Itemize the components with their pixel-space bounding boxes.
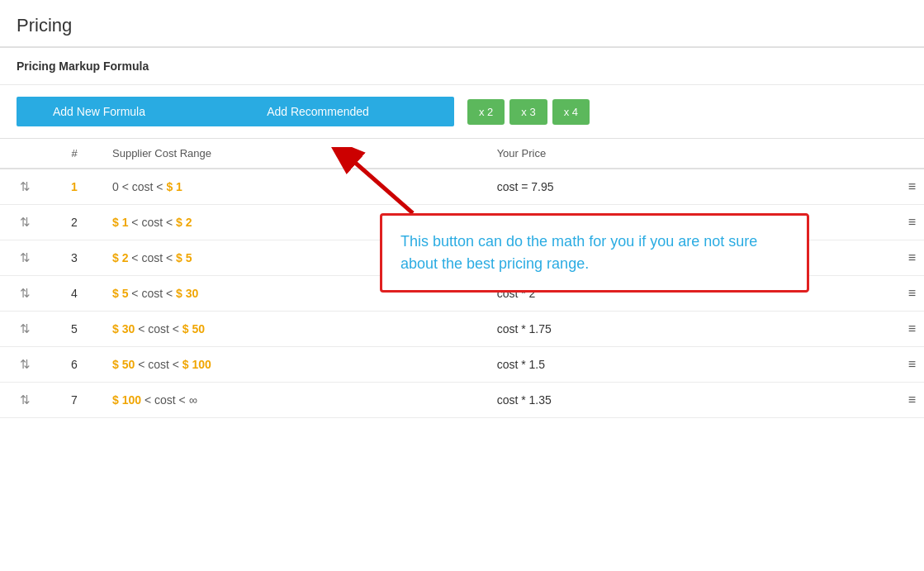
row-number: 1 [71, 180, 78, 193]
sort-cell: ⇅ [0, 240, 50, 276]
price-cell: cost * 1.75 [484, 312, 869, 347]
actions-cell: ≡ [868, 205, 924, 240]
table-row: ⇅ 4 $ 5 < cost < $ 30 cost * 2 ≡ [0, 276, 924, 312]
col-price-header: Your Price [484, 139, 869, 169]
price-value: cost = 8.00 [497, 216, 554, 229]
range-cell: $ 30 < cost < $ 50 [99, 312, 484, 347]
table-row: ⇅ 1 0 < cost < $ 1 cost = 7.95 ≡ [0, 169, 924, 205]
row-num-cell: 4 [50, 276, 99, 312]
pricing-table: # Supplier Cost Range Your Price ⇅ [0, 139, 924, 418]
range-cell: $ 1 < cost < $ 2 [99, 205, 484, 240]
table-section: This button can do the math for you if y… [0, 139, 924, 418]
row-number: 4 [71, 287, 78, 300]
col-num-header: # [50, 139, 99, 169]
sort-icon[interactable]: ⇅ [20, 357, 31, 372]
row-number: 7 [71, 393, 78, 407]
add-new-formula-button[interactable]: Add New Formula [17, 97, 182, 126]
actions-cell: ≡ [868, 240, 924, 276]
range-text: 0 < cost < $ 1 [112, 180, 182, 193]
price-cell: cost * 3 [484, 240, 869, 276]
row-num-cell: 2 [50, 205, 99, 240]
table-row: ⇅ 2 $ 1 < cost < $ 2 cost = 8.00 [0, 205, 924, 240]
row-menu-icon[interactable]: ≡ [908, 357, 916, 372]
range-text: $ 1 < cost < $ 2 [112, 216, 192, 229]
range-text: $ 30 < cost < $ 50 [112, 322, 205, 335]
actions-cell: ≡ [868, 169, 924, 205]
col-sort-header [0, 139, 50, 169]
markup-table: # Supplier Cost Range Your Price ⇅ [0, 139, 924, 418]
range-text: $ 5 < cost < $ 30 [112, 287, 198, 300]
row-menu-icon[interactable]: ≡ [908, 179, 916, 194]
range-text: $ 2 < cost < $ 5 [112, 251, 192, 264]
price-cell: cost = 8.00 [484, 205, 869, 240]
sort-cell: ⇅ [0, 169, 50, 205]
sort-icon[interactable]: ⇅ [20, 286, 31, 301]
row-menu-icon[interactable]: ≡ [908, 250, 916, 265]
table-body: ⇅ 1 0 < cost < $ 1 cost = 7.95 ≡ [0, 169, 924, 418]
section-card: Pricing Markup Formula Add New Formula A… [0, 46, 924, 418]
col-range-header: Supplier Cost Range [99, 139, 484, 169]
table-header: # Supplier Cost Range Your Price [0, 139, 924, 169]
multiplier-x4-button[interactable]: x 4 [552, 99, 590, 125]
add-recommended-button[interactable]: Add Recommended [182, 97, 454, 126]
price-cell: cost = 7.95 [484, 169, 869, 205]
row-number: 5 [71, 322, 78, 335]
price-cell: cost * 2 [484, 276, 869, 312]
range-cell: $ 100 < cost < ∞ [99, 383, 484, 418]
table-row: ⇅ 7 $ 100 < cost < ∞ cost * 1.35 ≡ [0, 383, 924, 418]
range-text: $ 50 < cost < $ 100 [112, 358, 211, 371]
row-menu-icon[interactable]: ≡ [908, 286, 916, 301]
section-header: Pricing Markup Formula [0, 48, 924, 85]
sort-cell: ⇅ [0, 312, 50, 347]
range-text: $ 100 < cost < ∞ [112, 393, 197, 407]
row-menu-icon[interactable]: ≡ [908, 321, 916, 336]
page-title: Pricing [17, 15, 907, 36]
price-cell: cost * 1.35 [484, 383, 869, 418]
row-number: 2 [71, 216, 78, 229]
sort-icon[interactable]: ⇅ [20, 179, 31, 194]
row-num-cell: 6 [50, 347, 99, 383]
multiplier-x3-button[interactable]: x 3 [509, 99, 547, 125]
sort-icon[interactable]: ⇅ [20, 321, 31, 336]
row-num-cell: 1 [50, 169, 99, 205]
sort-icon[interactable]: ⇅ [20, 393, 31, 407]
actions-cell: ≡ [868, 312, 924, 347]
row-menu-icon[interactable]: ≡ [908, 215, 916, 230]
toolbar: Add New Formula Add Recommended x 2 x 3 … [0, 85, 924, 139]
actions-cell: ≡ [868, 276, 924, 312]
page-wrapper: Pricing Pricing Markup Formula Add New F… [0, 0, 924, 571]
table-row: ⇅ 6 $ 50 < cost < $ 100 cost * 1.5 ≡ [0, 347, 924, 383]
sort-icon[interactable]: ⇅ [20, 215, 31, 230]
row-menu-icon[interactable]: ≡ [908, 393, 916, 407]
range-cell: $ 50 < cost < $ 100 [99, 347, 484, 383]
col-actions-header [868, 139, 924, 169]
sort-cell: ⇅ [0, 276, 50, 312]
row-number: 6 [71, 358, 78, 371]
sort-cell: ⇅ [0, 205, 50, 240]
sort-cell: ⇅ [0, 383, 50, 418]
range-cell: 0 < cost < $ 1 [99, 169, 484, 205]
range-cell: $ 2 < cost < $ 5 [99, 240, 484, 276]
row-num-cell: 7 [50, 383, 99, 418]
actions-cell: ≡ [868, 383, 924, 418]
actions-cell: ≡ [868, 347, 924, 383]
price-cell: cost * 1.5 [484, 347, 869, 383]
row-num-cell: 5 [50, 312, 99, 347]
page-header: Pricing [0, 0, 924, 46]
table-row: ⇅ 5 $ 30 < cost < $ 50 cost * 1.75 ≡ [0, 312, 924, 347]
row-number: 3 [71, 251, 78, 264]
range-cell: $ 5 < cost < $ 30 [99, 276, 484, 312]
table-row: ⇅ 3 $ 2 < cost < $ 5 cost * 3 ≡ [0, 240, 924, 276]
sort-cell: ⇅ [0, 347, 50, 383]
multiplier-buttons: x 2 x 3 x 4 [467, 99, 590, 125]
row-num-cell: 3 [50, 240, 99, 276]
sort-icon[interactable]: ⇅ [20, 250, 31, 265]
multiplier-x2-button[interactable]: x 2 [467, 99, 505, 125]
